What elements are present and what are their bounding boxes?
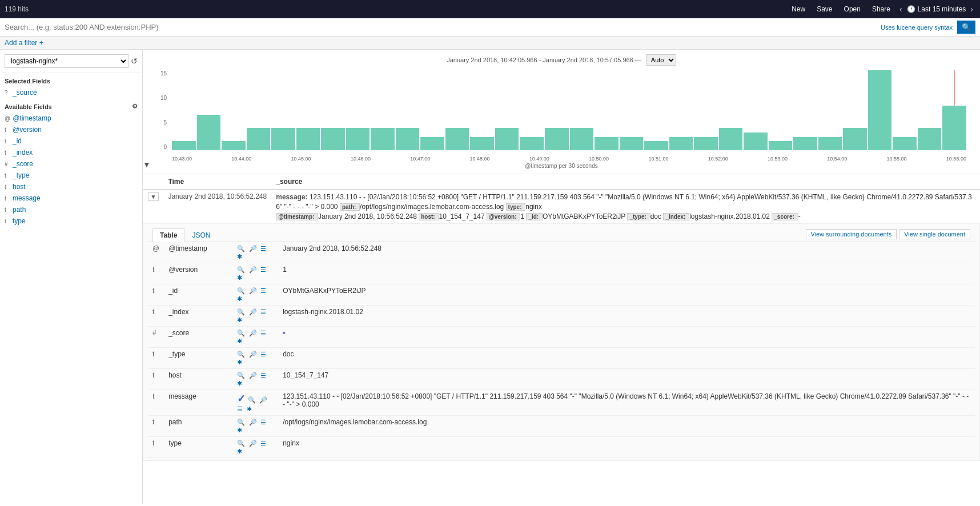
filter-minus-icon[interactable]: 🔎 — [249, 287, 257, 294]
filter-exists-icon[interactable]: ✱ — [237, 359, 242, 366]
chart-bar[interactable] — [620, 137, 644, 150]
index-gear-button[interactable]: ↺ — [131, 57, 138, 66]
selected-field-item[interactable]: ?_source — [0, 87, 142, 98]
chart-bar[interactable] — [644, 141, 668, 150]
chart-bar[interactable] — [868, 70, 892, 150]
view-single-button[interactable]: View single document — [899, 229, 970, 239]
time-range-button[interactable]: 🕐 Last 15 minutes — [907, 5, 966, 13]
available-field-item[interactable]: @@timestamp — [0, 113, 142, 124]
toggle-column-icon[interactable]: ☰ — [260, 308, 266, 315]
chart-bar[interactable] — [719, 128, 743, 150]
chart-bar[interactable] — [545, 128, 569, 150]
filter-plus-icon[interactable]: 🔍 — [237, 372, 245, 379]
filter-plus-icon[interactable]: 🔍 — [237, 266, 245, 273]
filter-exists-icon[interactable]: ✱ — [237, 338, 242, 344]
chart-bar[interactable] — [918, 128, 942, 150]
search-input[interactable] — [5, 23, 876, 31]
chart-bar[interactable] — [694, 137, 718, 150]
toggle-column-icon[interactable]: ☰ — [260, 440, 266, 447]
toggle-column-icon[interactable]: ☰ — [260, 330, 266, 336]
chart-bar[interactable] — [942, 106, 966, 150]
chart-bar[interactable] — [321, 128, 345, 150]
filter-exists-icon[interactable]: ✱ — [237, 448, 242, 455]
chart-bar[interactable] — [197, 115, 221, 150]
chart-bar[interactable] — [346, 128, 370, 150]
toggle-column-icon[interactable]: ☰ — [260, 372, 266, 379]
chart-bar[interactable] — [296, 128, 320, 150]
filter-plus-icon[interactable]: 🔍 — [237, 419, 245, 425]
chart-bar[interactable] — [570, 128, 594, 150]
chart-bar[interactable] — [843, 128, 867, 150]
filter-minus-icon[interactable]: 🔎 — [259, 396, 267, 403]
new-button[interactable]: New — [787, 4, 810, 14]
chart-bar[interactable] — [420, 137, 444, 150]
chart-bar[interactable] — [769, 141, 793, 150]
available-field-item[interactable]: t_index — [0, 147, 142, 158]
filter-exists-icon[interactable]: ✱ — [247, 405, 252, 412]
share-button[interactable]: Share — [867, 4, 895, 14]
chart-bar[interactable] — [222, 141, 246, 150]
tab-table[interactable]: Table — [152, 228, 184, 242]
available-field-item[interactable]: #_score — [0, 158, 142, 170]
filter-plus-icon[interactable]: 🔍 — [237, 440, 245, 447]
available-field-item[interactable]: t_type — [0, 170, 142, 181]
filter-minus-icon[interactable]: 🔎 — [249, 372, 257, 379]
chart-bar[interactable] — [744, 132, 768, 150]
chart-bar[interactable] — [470, 137, 494, 150]
chart-collapse-button[interactable]: ▼ — [143, 160, 151, 169]
lucene-hint[interactable]: Uses lucene query syntax — [881, 24, 953, 31]
tab-json[interactable]: JSON — [184, 228, 218, 242]
col-source[interactable]: _source — [271, 174, 979, 190]
toggle-column-icon[interactable]: ☰ — [260, 287, 266, 294]
filter-minus-icon[interactable]: 🔎 — [249, 351, 257, 358]
chart-bar[interactable] — [495, 128, 519, 150]
open-button[interactable]: Open — [840, 4, 865, 14]
filter-exists-icon[interactable]: ✱ — [237, 295, 242, 302]
chart-bar[interactable] — [371, 128, 395, 150]
chart-bar[interactable] — [893, 137, 917, 150]
chart-bar[interactable] — [271, 128, 295, 150]
chart-bar[interactable] — [247, 128, 271, 150]
chart-bar[interactable] — [793, 137, 817, 150]
available-field-item[interactable]: thost — [0, 181, 142, 192]
toggle-column-icon[interactable]: ☰ — [260, 351, 266, 358]
next-arrow[interactable]: › — [968, 3, 975, 15]
chart-bar[interactable] — [818, 137, 842, 150]
toggle-column-icon[interactable]: ☰ — [260, 266, 266, 273]
view-surrounding-button[interactable]: View surrounding documents — [806, 229, 897, 239]
filter-minus-icon[interactable]: 🔎 — [249, 308, 257, 315]
prev-arrow[interactable]: ‹ — [897, 3, 905, 15]
chart-bar[interactable] — [172, 141, 196, 150]
add-filter-button[interactable]: Add a filter + — [5, 39, 43, 47]
chart-bar[interactable] — [669, 137, 693, 150]
index-select[interactable]: logstash-nginx* — [5, 54, 128, 68]
filter-plus-icon[interactable]: 🔍 — [237, 308, 245, 315]
available-field-item[interactable]: t_id — [0, 135, 142, 147]
filter-plus-icon[interactable]: 🔍 — [237, 245, 245, 252]
toggle-column-icon[interactable]: ☰ — [237, 405, 243, 412]
chart-bar[interactable] — [445, 128, 469, 150]
filter-minus-icon[interactable]: 🔎 — [249, 330, 257, 336]
toggle-column-icon[interactable]: ☰ — [260, 419, 266, 425]
available-field-item[interactable]: tmessage — [0, 192, 142, 204]
filter-exists-icon[interactable]: ✱ — [237, 274, 242, 281]
available-field-item[interactable]: t@version — [0, 124, 142, 135]
filter-minus-icon[interactable]: 🔎 — [249, 440, 257, 447]
chart-bar[interactable] — [520, 137, 544, 150]
filter-plus-icon[interactable]: 🔍 — [248, 396, 256, 403]
filter-plus-icon[interactable]: 🔍 — [237, 287, 245, 294]
available-fields-settings-icon[interactable]: ⚙ — [132, 103, 138, 110]
chart-bar[interactable] — [396, 128, 420, 150]
chart-bar[interactable] — [595, 137, 618, 150]
save-button[interactable]: Save — [812, 4, 837, 14]
col-time[interactable]: Time — [163, 174, 271, 190]
row-expand-button[interactable]: ▼ — [148, 192, 159, 201]
filter-minus-icon[interactable]: 🔎 — [249, 245, 257, 252]
filter-exists-icon[interactable]: ✱ — [237, 380, 242, 387]
toggle-column-icon[interactable]: ☰ — [260, 245, 266, 252]
filter-plus-icon[interactable]: 🔍 — [237, 351, 245, 358]
search-button[interactable]: 🔍 — [957, 21, 975, 34]
filter-exists-icon[interactable]: ✱ — [237, 316, 242, 323]
filter-exists-icon[interactable]: ✱ — [237, 427, 242, 433]
filter-minus-icon[interactable]: 🔎 — [249, 419, 257, 425]
